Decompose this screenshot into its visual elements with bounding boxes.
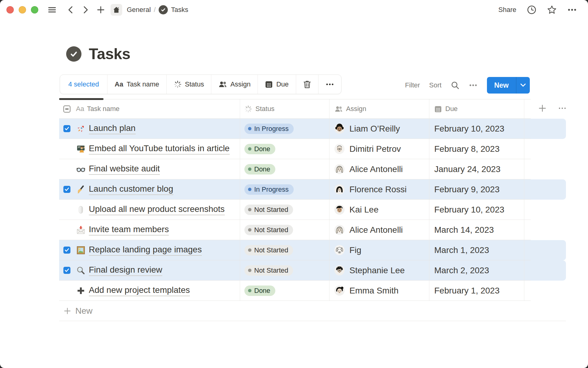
zoom-window-button[interactable] [31, 6, 38, 13]
favorite-star-icon[interactable] [547, 5, 557, 15]
row-checkbox[interactable] [63, 287, 70, 294]
status-cell[interactable]: Done [240, 159, 329, 179]
share-button[interactable]: Share [498, 6, 516, 14]
row-gap-cell [524, 139, 531, 159]
task-title-link[interactable]: Launch customer blog [89, 184, 173, 195]
property-task-name-button[interactable]: Aa Task name [107, 75, 167, 94]
new-row-button[interactable]: New [59, 301, 566, 321]
status-cell[interactable]: In Progress [240, 179, 329, 199]
task-title-link[interactable]: Final website audit [89, 163, 160, 175]
row-gap-cell [524, 119, 531, 139]
breadcrumb-current[interactable]: Tasks [159, 5, 188, 14]
property-status-button[interactable]: Status [167, 75, 211, 94]
status-dot-icon [248, 289, 251, 292]
selected-count-button[interactable]: 4 selected [60, 75, 107, 94]
delete-selected-button[interactable] [296, 75, 318, 94]
selection-toolbar: 4 selected Aa Task name Status Assign Du… [60, 75, 341, 94]
status-dot-icon [248, 167, 251, 171]
back-icon[interactable] [66, 5, 74, 14]
minimize-window-button[interactable] [19, 6, 26, 13]
status-cell[interactable]: Not Started [240, 240, 329, 260]
property-due-button[interactable]: Due [258, 75, 296, 94]
task-title-link[interactable]: Add new project templates [89, 285, 190, 297]
row-gap-cell [524, 281, 531, 301]
task-title-link[interactable]: Launch plan [89, 123, 136, 135]
spinner-icon [244, 105, 252, 113]
home-icon[interactable] [111, 4, 122, 16]
select-all-checkbox[interactable] [63, 105, 70, 113]
assign-column-header[interactable]: Assign [329, 99, 429, 118]
new-button[interactable]: New [487, 77, 516, 94]
task-title-link[interactable]: Final design review [89, 265, 162, 276]
sort-button[interactable]: Sort [429, 81, 441, 89]
assign-cell[interactable]: Liam O’Reilly [329, 119, 429, 139]
due-column-header[interactable]: Due [429, 99, 524, 118]
page-header: Tasks [66, 45, 130, 63]
row-checkbox[interactable] [63, 267, 70, 274]
more-options-icon[interactable] [567, 5, 577, 15]
row-checkbox[interactable] [63, 226, 70, 233]
status-column-header[interactable]: Status [240, 99, 329, 118]
emma-avatar [334, 286, 345, 296]
status-cell[interactable]: Done [240, 139, 329, 159]
due-cell[interactable]: January 24, 2023 [429, 159, 524, 179]
due-cell[interactable]: February 10, 2023 [429, 200, 524, 220]
task-title-link[interactable]: Replace landing page images [89, 244, 202, 256]
status-cell[interactable]: In Progress [240, 119, 329, 139]
assign-cell[interactable]: Alice Antonelli [329, 159, 429, 179]
active-view-underline [59, 98, 104, 100]
row-gap-cell [524, 220, 531, 240]
assign-cell[interactable]: Alice Antonelli [329, 220, 429, 240]
history-clock-icon[interactable] [527, 5, 537, 15]
row-checkbox[interactable] [63, 166, 70, 173]
filter-button[interactable]: Filter [405, 81, 420, 89]
property-assign-button[interactable]: Assign [211, 75, 258, 94]
page-check-icon[interactable] [66, 46, 81, 62]
close-window-button[interactable] [6, 6, 14, 13]
status-pill: In Progress [244, 184, 294, 195]
due-cell[interactable]: February 10, 2023 [429, 119, 524, 139]
more-actions-button[interactable] [318, 75, 341, 94]
task-name-column-header[interactable]: Aa Task name [76, 105, 119, 113]
task-title-link[interactable]: Embed all YouTube tutorials in article [89, 143, 230, 155]
table-options-icon[interactable] [558, 104, 566, 114]
row-checkbox[interactable] [63, 247, 70, 254]
due-cell[interactable]: February 1, 2023 [429, 281, 524, 301]
status-cell[interactable]: Not Started [240, 220, 329, 240]
row-checkbox[interactable] [63, 206, 70, 213]
fig-avatar [334, 245, 345, 255]
status-dot-icon [248, 228, 251, 232]
forward-icon[interactable] [82, 5, 90, 14]
task-title-link[interactable]: Invite team members [89, 224, 169, 236]
status-cell[interactable]: Not Started [240, 200, 329, 220]
breadcrumb-root[interactable]: General [127, 6, 151, 14]
row-checkbox[interactable] [63, 145, 70, 152]
due-cell[interactable]: March 2, 2023 [429, 260, 524, 280]
task-cell: Invite team members [59, 220, 240, 240]
new-tab-icon[interactable] [96, 6, 105, 14]
assign-cell[interactable]: Kai Lee [329, 200, 429, 220]
status-dot-icon [248, 188, 251, 191]
assign-cell[interactable]: Dimitri Petrov [329, 139, 429, 159]
assign-cell[interactable]: Fig [329, 240, 429, 260]
assign-cell[interactable]: Emma Smith [329, 281, 429, 301]
assign-cell[interactable]: Stephanie Lee [329, 260, 429, 280]
view-options-icon[interactable] [469, 81, 478, 90]
due-cell[interactable]: March 1, 2023 [429, 240, 524, 260]
due-cell[interactable]: March 14, 2023 [429, 220, 524, 240]
row-checkbox[interactable] [63, 186, 70, 193]
status-cell[interactable]: Not Started [240, 260, 329, 280]
add-column-icon[interactable] [538, 104, 547, 114]
status-cell[interactable]: Done [240, 281, 329, 301]
assign-cell[interactable]: Florence Rossi [329, 179, 429, 199]
checked-checkbox-icon [63, 267, 70, 274]
task-title-link[interactable]: Upload all new product screenshots [89, 204, 225, 216]
new-dropdown-chevron-icon[interactable] [516, 77, 530, 94]
sidebar-menu-icon[interactable] [47, 5, 57, 14]
checked-checkbox-icon [63, 247, 70, 254]
assignee-name: Fig [349, 245, 361, 255]
row-checkbox[interactable] [63, 125, 70, 132]
due-cell[interactable]: February 8, 2023 [429, 139, 524, 159]
search-icon[interactable] [451, 81, 459, 90]
due-cell[interactable]: February 9, 2023 [429, 179, 524, 199]
